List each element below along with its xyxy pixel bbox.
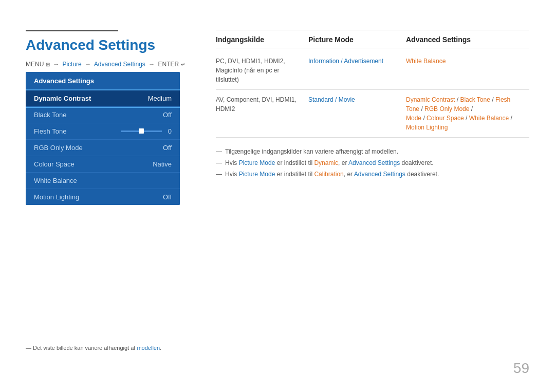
breadcrumb-arrow1: → bbox=[53, 61, 59, 68]
table-row-2-settings-black: Black Tone bbox=[460, 96, 490, 103]
table-row-2: AV, Component, DVI, HDMI1, HDMI2 Standar… bbox=[216, 90, 529, 138]
breadcrumb-enter: ENTER bbox=[158, 61, 179, 68]
table-row-2-source: AV, Component, DVI, HDMI1, HDMI2 bbox=[216, 95, 308, 114]
right-note-2: ― Hvis Picture Mode er indstillet til Dy… bbox=[216, 159, 529, 166]
table-row-2-mode: Standard / Movie bbox=[308, 95, 406, 104]
menu-item-motion-lighting-value: Off bbox=[163, 193, 172, 201]
flesh-tone-slider-thumb bbox=[139, 128, 144, 134]
table-row-1-source: PC, DVI, HDMI1, HDMI2, MagicInfo (når en… bbox=[216, 57, 308, 84]
table-header-source: Indgangskilde bbox=[216, 35, 308, 44]
table-row-2-settings-motion: Motion Lighting bbox=[406, 124, 448, 131]
breadcrumb-icon: ⊞ bbox=[46, 62, 50, 67]
menu-item-black-tone-value: Off bbox=[163, 111, 172, 119]
menu-item-flesh-tone[interactable]: Flesh Tone 0 bbox=[26, 123, 180, 140]
table-row-2-settings: Dynamic Contrast / Black Tone / Flesh To… bbox=[406, 95, 529, 132]
table-row-1: PC, DVI, HDMI1, HDMI2, MagicInfo (når en… bbox=[216, 51, 529, 90]
table-header: Indgangskilde Picture Mode Advanced Sett… bbox=[216, 35, 529, 48]
right-section: Indgangskilde Picture Mode Advanced Sett… bbox=[216, 30, 529, 182]
breadcrumb-arrow3: → bbox=[149, 61, 155, 68]
menu-item-motion-lighting-label: Motion Lighting bbox=[34, 193, 79, 201]
breadcrumb-enter-icon: ↵ bbox=[181, 62, 185, 67]
menu-item-motion-lighting[interactable]: Motion Lighting Off bbox=[26, 189, 180, 205]
menu-item-dynamic-contrast[interactable]: Dynamic Contrast Medium bbox=[26, 90, 180, 107]
right-notes: ― Tilgængelige indgangskilder kan varier… bbox=[216, 148, 529, 178]
table-row-1-settings-text: White Balance bbox=[406, 58, 446, 65]
table-row-2-settings-dynamic: Dynamic Contrast bbox=[406, 96, 455, 103]
table-row-2-sep2: / bbox=[492, 96, 495, 103]
tv-menu: Advanced Settings Dynamic Contrast Mediu… bbox=[26, 72, 180, 205]
breadcrumb-arrow2: → bbox=[85, 61, 91, 68]
tv-menu-items: Dynamic Contrast Medium Black Tone Off F… bbox=[26, 90, 180, 205]
menu-item-black-tone[interactable]: Black Tone Off bbox=[26, 107, 180, 123]
menu-item-flesh-tone-value: 0 bbox=[168, 127, 172, 135]
flesh-tone-slider-track[interactable] bbox=[121, 130, 162, 132]
bottom-note: ― Det viste billede kan variere afhængig… bbox=[26, 345, 161, 351]
page-title: Advanced Settings bbox=[26, 37, 155, 53]
table-row-2-settings-colour: Mode bbox=[406, 115, 421, 122]
table-header-mode: Picture Mode bbox=[308, 35, 406, 44]
table-header-settings: Advanced Settings bbox=[406, 35, 529, 44]
bottom-note-text: ― Det viste billede kan variere afhængig… bbox=[26, 345, 161, 351]
right-note-3-picture-mode: Picture Mode bbox=[239, 171, 275, 178]
bottom-note-highlight: modellen bbox=[137, 345, 160, 351]
right-note-3-text: Hvis Picture Mode er indstillet til Cali… bbox=[225, 171, 439, 178]
menu-item-rgb-only-mode-value: Off bbox=[163, 144, 172, 152]
menu-item-black-tone-label: Black Tone bbox=[34, 111, 66, 119]
right-note-2-dash: ― bbox=[216, 159, 222, 166]
right-note-2-advanced-settings: Advanced Settings bbox=[348, 159, 400, 166]
menu-item-white-balance-label: White Balance bbox=[34, 177, 77, 184]
breadcrumb-advanced-settings: Advanced Settings bbox=[94, 61, 145, 68]
table-row-2-settings-rgb: RGB Only Mode bbox=[424, 105, 469, 113]
page-number: 59 bbox=[513, 360, 529, 377]
tv-menu-header: Advanced Settings bbox=[26, 72, 180, 90]
breadcrumb-picture: Picture bbox=[62, 61, 81, 68]
right-note-2-picture-mode: Picture Mode bbox=[239, 159, 275, 166]
table-row-2-sep6: / bbox=[466, 115, 469, 122]
menu-item-rgb-only-mode[interactable]: RGB Only Mode Off bbox=[26, 140, 180, 156]
top-line bbox=[26, 30, 118, 31]
table-row-1-mode-text: Information / Advertisement bbox=[308, 58, 383, 65]
menu-item-colour-space-label: Colour Space bbox=[34, 160, 75, 168]
menu-item-white-balance[interactable]: White Balance bbox=[26, 173, 180, 189]
menu-item-rgb-only-mode-label: RGB Only Mode bbox=[34, 144, 83, 152]
right-note-1-text: Tilgængelige indgangskilder kan variere … bbox=[225, 148, 398, 155]
menu-item-colour-space[interactable]: Colour Space Native bbox=[26, 156, 180, 173]
table-row-1-mode: Information / Advertisement bbox=[308, 57, 406, 66]
table-row-2-sep7: / bbox=[511, 115, 512, 122]
breadcrumb-menu: MENU bbox=[26, 61, 44, 68]
menu-item-colour-space-value: Native bbox=[153, 160, 172, 168]
right-note-3: ― Hvis Picture Mode er indstillet til Ca… bbox=[216, 171, 529, 178]
right-note-2-dynamic: Dynamic bbox=[314, 159, 338, 166]
right-note-3-calibration: Calibration bbox=[314, 171, 343, 178]
right-note-3-advanced-settings: Advanced Settings bbox=[354, 171, 405, 178]
table-row-1-settings: White Balance bbox=[406, 57, 529, 66]
right-note-1-dash: ― bbox=[216, 148, 222, 155]
right-note-2-text: Hvis Picture Mode er indstillet til Dyna… bbox=[225, 159, 434, 166]
menu-item-dynamic-contrast-value: Medium bbox=[148, 95, 172, 102]
table-row-2-settings-colour-space: Colour Space bbox=[427, 115, 464, 122]
table-row-2-sep4: / bbox=[471, 105, 473, 113]
menu-item-dynamic-contrast-label: Dynamic Contrast bbox=[34, 95, 91, 102]
breadcrumb: MENU ⊞ → Picture → Advanced Settings → E… bbox=[26, 61, 185, 68]
flesh-tone-right: 0 bbox=[121, 127, 172, 135]
right-note-1: ― Tilgængelige indgangskilder kan varier… bbox=[216, 148, 529, 155]
right-top-line bbox=[216, 30, 529, 30]
table-row-2-settings-white: White Balance bbox=[469, 115, 509, 122]
table-row-2-mode-text: Standard / Movie bbox=[308, 96, 355, 103]
menu-item-flesh-tone-label: Flesh Tone bbox=[34, 127, 66, 135]
right-note-3-dash: ― bbox=[216, 171, 222, 178]
